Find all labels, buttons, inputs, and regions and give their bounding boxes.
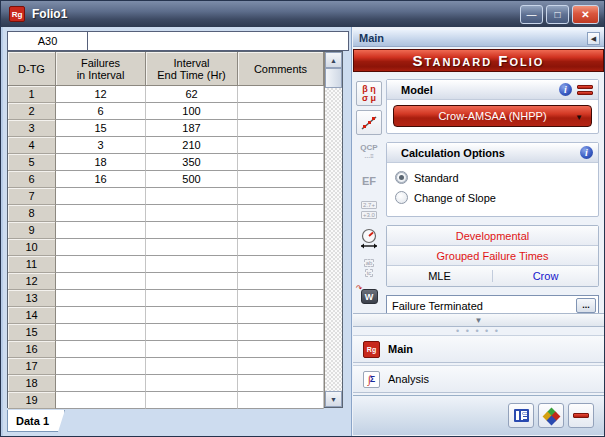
cell-comments[interactable] (238, 341, 324, 358)
cell-comments[interactable] (238, 86, 324, 103)
cell-comments[interactable] (238, 273, 324, 290)
cell-end-time[interactable]: 62 (146, 86, 238, 103)
report-button[interactable] (508, 403, 534, 428)
cell-failures[interactable] (56, 256, 146, 273)
cell-comments[interactable] (238, 188, 324, 205)
cell-failures[interactable] (56, 341, 146, 358)
row-header[interactable]: 7 (8, 188, 56, 205)
radio-standard-control[interactable] (395, 171, 408, 184)
radio-change-of-slope-control[interactable] (395, 191, 408, 204)
row-header[interactable]: 6 (8, 171, 56, 188)
cell-end-time[interactable] (146, 392, 238, 409)
row-header[interactable]: 14 (8, 307, 56, 324)
model-select-button[interactable]: Crow-AMSAA (NHPP) ▼ (393, 105, 592, 127)
model-info-icon[interactable]: i (559, 83, 572, 96)
cell-end-time[interactable]: 500 (146, 171, 238, 188)
cell-end-time[interactable]: 210 (146, 137, 238, 154)
maximize-button[interactable]: □ (546, 5, 569, 24)
panel-menu-button[interactable] (568, 403, 594, 428)
cell-failures[interactable]: 3 (56, 137, 146, 154)
cell-failures[interactable] (56, 375, 146, 392)
row-header[interactable]: 13 (8, 290, 56, 307)
row-header[interactable]: 10 (8, 239, 56, 256)
gauge-icon[interactable] (356, 226, 382, 251)
row-header[interactable]: 5 (8, 154, 56, 171)
parameters-icon[interactable]: β η σ μ (356, 81, 382, 106)
cell-end-time[interactable] (146, 273, 238, 290)
cell-end-time[interactable] (146, 290, 238, 307)
cell-comments[interactable] (238, 256, 324, 273)
weibull-transfer-icon[interactable]: W ↷ (356, 284, 382, 309)
cell-end-time[interactable]: 350 (146, 154, 238, 171)
calculation-options-info-icon[interactable]: i (580, 146, 593, 159)
cell-comments[interactable] (238, 222, 324, 239)
cell-comments[interactable] (238, 375, 324, 392)
panel-collapse-bar[interactable]: ▼ (353, 313, 604, 327)
cell-failures[interactable] (56, 205, 146, 222)
row-header[interactable]: 12 (8, 273, 56, 290)
cell-failures[interactable] (56, 324, 146, 341)
cell-failures[interactable]: 12 (56, 86, 146, 103)
cell-failures[interactable] (56, 273, 146, 290)
column-header-failures[interactable]: Failures in Interval (56, 52, 146, 86)
plot-icon[interactable] (356, 110, 382, 135)
row-header[interactable]: 18 (8, 375, 56, 392)
cell-failures[interactable] (56, 239, 146, 256)
splitter-handle[interactable]: • • • • • (352, 328, 604, 334)
cell-failures[interactable] (56, 290, 146, 307)
vertical-scrollbar[interactable]: ▲ ▼ (324, 52, 342, 407)
cell-end-time[interactable]: 100 (146, 103, 238, 120)
cell-comments[interactable] (238, 290, 324, 307)
scroll-thumb[interactable] (325, 68, 342, 88)
row-header[interactable]: 16 (8, 341, 56, 358)
nav-item-main[interactable]: Rg Main (353, 335, 604, 363)
column-header-comments[interactable]: Comments (238, 52, 324, 86)
corner-header[interactable]: D-TG (8, 52, 56, 86)
formula-bar[interactable] (88, 32, 348, 50)
cell-end-time[interactable]: 187 (146, 120, 238, 137)
cell-end-time[interactable] (146, 188, 238, 205)
cell-end-time[interactable] (146, 358, 238, 375)
panel-collapse-button[interactable]: ◀ (587, 32, 600, 45)
cell-failures[interactable] (56, 222, 146, 239)
row-header[interactable]: 3 (8, 120, 56, 137)
close-button[interactable]: ✕ (572, 5, 599, 24)
cell-comments[interactable] (238, 137, 324, 154)
title-bar[interactable]: Rg Folio1 — □ ✕ (1, 1, 604, 27)
cell-name-box[interactable]: A30 (8, 32, 88, 50)
radio-change-of-slope[interactable]: Change of Slope (395, 191, 590, 204)
cell-end-time[interactable] (146, 256, 238, 273)
row-header[interactable]: 19 (8, 392, 56, 409)
column-header-interval-end[interactable]: Interval End Time (Hr) (146, 52, 238, 86)
cell-comments[interactable] (238, 205, 324, 222)
cell-failures[interactable] (56, 392, 146, 409)
cell-comments[interactable] (238, 307, 324, 324)
data-type-button[interactable]: Developmental (387, 226, 598, 246)
cell-end-time[interactable] (146, 324, 238, 341)
cell-failures[interactable] (56, 188, 146, 205)
mle-button[interactable]: MLE (387, 270, 493, 282)
row-header[interactable]: 17 (8, 358, 56, 375)
cell-failures[interactable]: 15 (56, 120, 146, 137)
row-header[interactable]: 4 (8, 137, 56, 154)
cell-end-time[interactable] (146, 307, 238, 324)
cell-failures[interactable]: 16 (56, 171, 146, 188)
cell-comments[interactable] (238, 358, 324, 375)
row-header[interactable]: 2 (8, 103, 56, 120)
cell-comments[interactable] (238, 154, 324, 171)
cell-comments[interactable] (238, 392, 324, 409)
cell-comments[interactable] (238, 120, 324, 137)
cell-failures[interactable] (56, 358, 146, 375)
cell-end-time[interactable] (146, 205, 238, 222)
row-header[interactable]: 11 (8, 256, 56, 273)
cell-comments[interactable] (238, 171, 324, 188)
row-header[interactable]: 1 (8, 86, 56, 103)
crow-button[interactable]: Crow (493, 270, 598, 282)
nav-item-analysis[interactable]: ∫Σ Analysis (353, 365, 604, 393)
cell-failures[interactable]: 18 (56, 154, 146, 171)
row-header[interactable]: 8 (8, 205, 56, 222)
termination-ellipsis-button[interactable]: ... (576, 298, 596, 313)
cell-comments[interactable] (238, 324, 324, 341)
cell-comments[interactable] (238, 239, 324, 256)
radio-standard[interactable]: Standard (395, 171, 590, 184)
